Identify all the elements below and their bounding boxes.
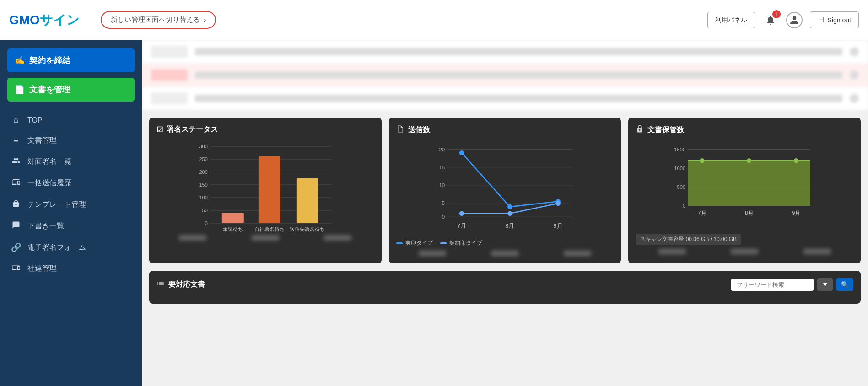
bottom-header: 要対応文書 ▼ 🔍 <box>156 278 853 291</box>
svg-text:送信先署名待ち: 送信先署名待ち <box>290 226 325 232</box>
send-num-2 <box>491 251 518 256</box>
blurred-content-2 <box>195 71 842 79</box>
sidebar-item-template[interactable]: テンプレート管理 <box>0 194 142 215</box>
switch-button[interactable]: 新しい管理画面へ切り替える › <box>101 11 216 29</box>
svg-text:5: 5 <box>442 200 444 206</box>
contract-label: 契約を締結 <box>29 55 70 66</box>
nav-label-draft: 下書き一覧 <box>27 221 64 231</box>
layout: ✍ 契約を締結 📄 文書を管理 ⌂ TOP ≡ 文書管理 対面署名 <box>0 40 868 386</box>
svg-point-51 <box>700 158 704 163</box>
svg-text:1000: 1000 <box>674 166 685 171</box>
sidebar-item-face-sign[interactable]: 対面署名一覧 <box>0 151 142 172</box>
sidebar-nav: ⌂ TOP ≡ 文書管理 対面署名一覧 <box>0 110 142 279</box>
template-icon <box>11 199 21 210</box>
storage-num-1 <box>658 249 686 254</box>
svg-text:8月: 8月 <box>745 210 754 216</box>
legend-dot-jitsuin <box>396 242 403 244</box>
legend-keiyaku: 契約印タイプ <box>440 239 482 247</box>
svg-text:1500: 1500 <box>674 147 685 152</box>
blurred-list <box>142 40 868 110</box>
nav-label-doc: 文書管理 <box>27 136 57 145</box>
svg-point-34 <box>507 204 512 209</box>
blurred-row-3 <box>142 87 868 110</box>
bar-num-1 <box>179 235 206 241</box>
svg-rect-16 <box>297 178 318 223</box>
nav-label-bulk: 一括送信履歴 <box>27 178 71 188</box>
svg-text:7月: 7月 <box>698 210 706 216</box>
blurred-dot-2 <box>850 70 859 80</box>
svg-text:0: 0 <box>683 203 685 209</box>
svg-rect-15 <box>259 156 280 223</box>
sidebar-item-top[interactable]: ⌂ TOP <box>0 110 142 130</box>
svg-text:0: 0 <box>442 214 444 220</box>
logo: GMOサイン <box>9 11 80 29</box>
svg-text:7月: 7月 <box>457 223 466 229</box>
bar-chart-area: 300 250 200 150 100 50 0 <box>156 142 374 233</box>
panel-button[interactable]: 利用パネル <box>707 12 755 28</box>
svg-text:10: 10 <box>439 182 445 188</box>
person-icon <box>789 15 799 25</box>
main-content: ☑ 署名ステータス 300 250 <box>142 40 868 386</box>
face-sign-icon <box>11 156 21 167</box>
sidebar-item-doc-manage[interactable]: ≡ 文書管理 <box>0 130 142 151</box>
home-icon: ⌂ <box>11 115 21 125</box>
blurred-content-3 <box>195 95 842 102</box>
doc-icon: ≡ <box>11 136 21 145</box>
blurred-row-1 <box>142 40 868 64</box>
notification-icon[interactable]: 1 <box>762 12 779 28</box>
search-area: ▼ 🔍 <box>731 278 853 291</box>
svg-text:500: 500 <box>677 184 686 190</box>
user-avatar[interactable] <box>786 12 803 28</box>
sidebar: ✍ 契約を締結 📄 文書を管理 ⌂ TOP ≡ 文書管理 対面署名 <box>0 40 142 386</box>
svg-text:承認待ち: 承認待ち <box>223 226 243 232</box>
doc-storage-card: 文書保管数 1500 1000 500 0 7月 8月 9月 <box>628 118 861 263</box>
search-input[interactable] <box>731 279 814 291</box>
blurred-dot-3 <box>850 94 859 103</box>
dashboard-cards: ☑ 署名ステータス 300 250 <box>142 110 868 271</box>
manage-label: 文書を管理 <box>29 84 70 95</box>
bottom-title-icon <box>156 279 165 290</box>
svg-text:0: 0 <box>205 220 208 226</box>
logo-sign: サイン <box>40 13 80 27</box>
legend-dot-keiyaku <box>440 242 447 244</box>
signature-card-icon: ☑ <box>156 125 163 134</box>
bar-num-3 <box>324 235 351 241</box>
sidebar-item-draft[interactable]: 下書き一覧 <box>0 215 142 237</box>
legend-jitsuin: 実印タイプ <box>396 239 433 247</box>
bar-chart-svg: 300 250 200 150 100 50 0 <box>156 142 374 233</box>
card-title-signature: ☑ 署名ステータス <box>156 125 374 134</box>
esign-icon: 🔗 <box>11 242 21 252</box>
scan-info-area: スキャン文書容量 00.06 GB / 10.00 GB <box>636 230 853 245</box>
svg-text:250: 250 <box>199 156 207 162</box>
svg-point-36 <box>459 211 464 216</box>
bottom-section: 要対応文書 ▼ 🔍 <box>149 271 861 304</box>
svg-marker-50 <box>688 161 810 206</box>
draft-icon <box>11 221 21 231</box>
bar-num-2 <box>252 235 279 241</box>
svg-text:150: 150 <box>199 182 207 188</box>
svg-rect-14 <box>222 213 244 223</box>
scan-info: スキャン文書容量 00.06 GB / 10.00 GB <box>636 234 741 245</box>
svg-text:自社署名待ち: 自社署名待ち <box>254 226 285 232</box>
svg-text:9月: 9月 <box>792 210 801 216</box>
signout-button[interactable]: ⊣ Sign out <box>810 11 859 28</box>
nav-label-more: 社連管理 <box>27 264 57 273</box>
blurred-tag-1 <box>151 46 188 58</box>
sidebar-item-more[interactable]: 社連管理 <box>0 258 142 279</box>
storage-num-3 <box>803 249 831 254</box>
storage-num-2 <box>731 249 758 254</box>
contract-button[interactable]: ✍ 契約を締結 <box>7 48 135 72</box>
nav-label-template: テンプレート管理 <box>27 200 86 209</box>
filter-button[interactable]: ▼ <box>817 278 833 291</box>
sidebar-item-esign[interactable]: 🔗 電子署名フォーム <box>0 237 142 258</box>
svg-point-52 <box>747 158 751 163</box>
card-title-storage: 文書保管数 <box>636 125 853 135</box>
search-button[interactable]: 🔍 <box>836 278 853 291</box>
manage-icon: 📄 <box>15 85 25 95</box>
svg-point-37 <box>507 211 512 216</box>
blurred-row-2 <box>142 64 868 87</box>
sidebar-item-bulk[interactable]: 一括送信履歴 <box>0 172 142 194</box>
manage-button[interactable]: 📄 文書を管理 <box>7 78 135 102</box>
switch-button-label: 新しい管理画面へ切り替える <box>111 16 200 24</box>
area-chart-svg: 1500 1000 500 0 7月 8月 9月 <box>636 142 853 225</box>
